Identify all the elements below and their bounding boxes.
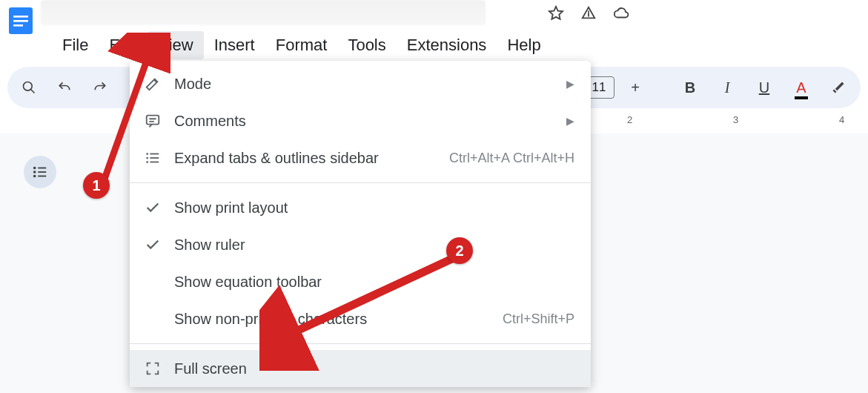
menu-format[interactable]: Format (265, 31, 338, 59)
docs-logo[interactable] (4, 4, 37, 37)
menu-item-label: Mode (174, 76, 211, 93)
svg-rect-6 (38, 168, 46, 169)
extension-icon[interactable] (579, 4, 598, 23)
mode-icon (143, 74, 162, 93)
svg-rect-8 (38, 171, 46, 173)
search-icon[interactable] (15, 73, 43, 102)
svg-rect-13 (150, 153, 159, 155)
cloud-icon[interactable] (612, 4, 631, 23)
menu-file[interactable]: File (52, 31, 99, 59)
view-menu-item-mode[interactable]: Mode▶ (130, 65, 591, 102)
check-icon (143, 198, 162, 217)
redo-icon[interactable] (86, 73, 114, 102)
view-menu-item-show-non-printing-characters[interactable]: Show non-printing charactersCtrl+Shift+P (130, 300, 591, 337)
svg-point-16 (146, 161, 148, 163)
outline-toggle-icon[interactable] (24, 156, 56, 188)
font-size-increase[interactable]: + (620, 79, 650, 96)
chevron-right-icon: ▶ (566, 115, 574, 127)
blank-icon (143, 309, 162, 328)
menu-shortcut: Ctrl+Alt+A Ctrl+Alt+H (449, 151, 574, 166)
menu-shortcut: Ctrl+Shift+P (503, 311, 574, 327)
comments-icon (143, 111, 162, 131)
menu-view[interactable]: View (148, 31, 203, 59)
menu-item-label: Show non-printing characters (174, 311, 367, 328)
menu-item-label: Full screen (174, 360, 247, 377)
menu-insert[interactable]: Insert (204, 31, 265, 59)
svg-point-12 (146, 153, 148, 155)
menu-tools[interactable]: Tools (337, 31, 396, 59)
svg-rect-15 (150, 157, 159, 159)
view-menu-item-comments[interactable]: Comments▶ (130, 102, 591, 139)
svg-point-7 (33, 171, 36, 174)
view-menu-item-full-screen[interactable]: Full screen (130, 350, 591, 387)
svg-rect-10 (38, 176, 46, 177)
view-menu-dropdown: Mode▶Comments▶Expand tabs & outlines sid… (130, 61, 591, 387)
svg-point-14 (146, 157, 148, 159)
expand-icon (143, 148, 162, 168)
annotation-callout-2: 2 (446, 237, 473, 264)
svg-rect-3 (13, 24, 23, 27)
star-icon[interactable] (546, 4, 566, 23)
underline-button[interactable]: U (749, 79, 779, 96)
view-menu-item-show-ruler[interactable]: Show ruler (130, 226, 591, 263)
menu-help[interactable]: Help (497, 31, 551, 59)
menu-extensions[interactable]: Extensions (397, 31, 497, 59)
highlight-button[interactable] (824, 80, 853, 95)
svg-rect-11 (147, 116, 159, 125)
chevron-right-icon: ▶ (566, 78, 574, 90)
ruler-mark: 4 (839, 114, 844, 125)
svg-point-4 (24, 82, 33, 91)
blank-icon (143, 272, 162, 291)
svg-point-5 (33, 167, 36, 170)
url-blur (41, 0, 486, 25)
undo-icon[interactable] (50, 73, 79, 102)
browser-chrome-bar (0, 0, 868, 27)
menu-item-label: Expand tabs & outlines sidebar (174, 150, 379, 167)
view-menu-item-show-equation-toolbar[interactable]: Show equation toolbar (130, 263, 591, 300)
menu-separator (130, 182, 591, 183)
ruler-mark: 2 (627, 114, 632, 125)
bold-button[interactable]: B (675, 79, 705, 96)
menu-item-label: Show print layout (174, 199, 288, 217)
menu-item-label: Comments (174, 113, 246, 130)
fullscreen-icon (143, 359, 162, 378)
check-icon (143, 235, 162, 254)
italic-button[interactable]: I (712, 79, 742, 96)
svg-rect-1 (13, 16, 28, 18)
menu-item-label: Show ruler (174, 237, 245, 254)
menu-edit[interactable]: Edit (99, 31, 148, 59)
menu-item-label: Show equation toolbar (174, 274, 322, 291)
svg-point-9 (33, 175, 36, 178)
view-menu-item-show-print-layout[interactable]: Show print layout (130, 189, 591, 226)
svg-rect-2 (13, 20, 28, 22)
menu-separator (130, 343, 591, 344)
ruler-mark: 3 (733, 114, 738, 125)
annotation-callout-1: 1 (83, 172, 110, 199)
svg-rect-17 (150, 162, 159, 163)
text-color-button[interactable]: A (786, 79, 816, 96)
view-menu-item-expand-tabs-outlines-sidebar[interactable]: Expand tabs & outlines sidebarCtrl+Alt+A… (130, 139, 591, 176)
